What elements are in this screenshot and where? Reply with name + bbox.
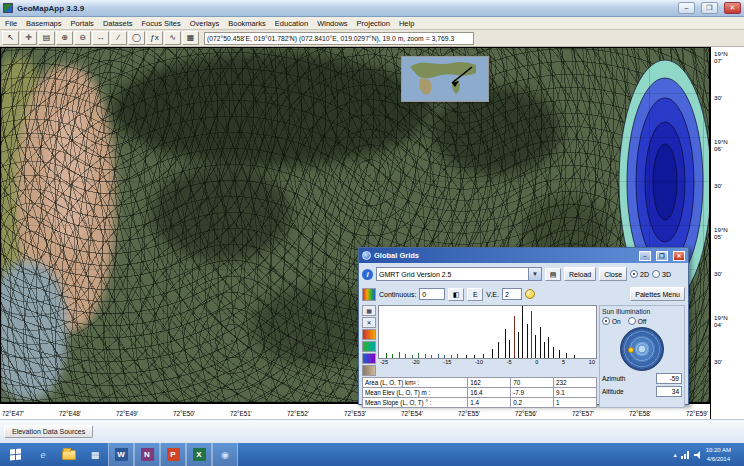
geomapapp-window: GeoMapApp 3.3.9 – ❐ ✕ FileBasemapsPortal… — [0, 0, 744, 466]
info-icon[interactable]: i — [362, 269, 373, 280]
distance-tool-icon[interactable]: ∕ — [110, 31, 127, 45]
menu-focus-sites[interactable]: Focus Sites — [141, 19, 180, 28]
system-tray: ▴ 10:20 AM 4/6/2014 — [673, 446, 744, 462]
taskbar-word[interactable]: W — [108, 443, 134, 466]
taskbar-onenote[interactable]: N — [134, 443, 160, 466]
azimuth-label: Azimuth — [602, 375, 625, 382]
lat-label: 30' — [714, 183, 722, 190]
lat-label: 30' — [714, 359, 722, 366]
reload-button[interactable]: Reload — [564, 267, 596, 281]
maximize-button[interactable]: ❐ — [701, 2, 718, 14]
dialog-close-icon[interactable]: ✕ — [673, 251, 685, 261]
sun-direction-control[interactable] — [620, 327, 664, 371]
lon-label: 72°E59' — [686, 410, 708, 417]
pan-hand-tool-icon[interactable]: ✛ — [20, 31, 37, 45]
grid-cells-icon[interactable]: ▦ — [362, 305, 376, 316]
browser-app-icon: ◉ — [221, 450, 229, 460]
tray-expand-icon[interactable]: ▴ — [673, 451, 676, 459]
sun-off-radio[interactable]: Off — [628, 317, 647, 325]
stats-row: Area (L, O, T) km² :16270232 — [363, 378, 597, 388]
menu-overlays[interactable]: Overlays — [190, 19, 220, 28]
histogram-equalize-icon[interactable]: ◧ — [448, 288, 464, 301]
stats-row: Mean Slope (L, O, T) ° :1.40.21 — [363, 398, 597, 408]
altitude-input[interactable]: 34 — [656, 386, 682, 397]
lasso-tool-icon[interactable]: ◯ — [128, 31, 145, 45]
close-button[interactable]: ✕ — [724, 2, 741, 14]
menu-windows[interactable]: Windows — [317, 19, 347, 28]
menu-education[interactable]: Education — [275, 19, 308, 28]
dialog-close-button[interactable]: Close — [599, 267, 627, 281]
taskbar-file-explorer[interactable] — [56, 443, 82, 466]
title-bar[interactable]: GeoMapApp 3.3.9 – ❐ ✕ — [0, 0, 744, 17]
palette-icon[interactable] — [362, 288, 376, 301]
ve-input[interactable]: 2 — [502, 288, 522, 300]
taskbar: e▦WNPX◉ ▴ 10:20 AM 4/6/2014 — [0, 443, 744, 466]
palette-swatch-icon[interactable] — [362, 365, 376, 376]
hist-bar — [492, 349, 493, 358]
pointer-tool-icon[interactable]: ↖ — [2, 31, 19, 45]
menu-datasets[interactable]: Datasets — [103, 19, 133, 28]
palette-swatch-icon[interactable] — [362, 341, 376, 352]
lon-label: 72°E49' — [116, 410, 138, 417]
azimuth-input[interactable]: -59 — [656, 373, 682, 384]
menu-bookmarks[interactable]: Bookmarks — [228, 19, 266, 28]
continuous-input[interactable]: 0 — [419, 288, 445, 300]
function-tool-icon[interactable]: ƒx — [146, 31, 163, 45]
lon-label: 72°E51' — [230, 410, 252, 417]
lon-label: 72°E53' — [344, 410, 366, 417]
dialog-maximize-button[interactable]: ❐ — [656, 251, 668, 261]
dialog-title-bar[interactable]: Global Grids – ❐ ✕ — [359, 248, 688, 263]
dialog-title: Global Grids — [374, 251, 419, 260]
altitude-label: Altitude — [602, 388, 624, 395]
menu-basemaps[interactable]: Basemaps — [26, 19, 61, 28]
stats-row: Mean Elev (L, O, T) m :16.4-7.99.1 — [363, 388, 597, 398]
lon-label: 72°E57' — [572, 410, 594, 417]
internet-explorer-icon: e — [40, 450, 45, 460]
start-button[interactable] — [0, 443, 30, 466]
hist-tick: 0 — [535, 359, 538, 367]
lon-label: 72°E47' — [2, 410, 24, 417]
menu-help[interactable]: Help — [399, 19, 414, 28]
global-grids-dialog: Global Grids – ❐ ✕ i GMRT Grid Version 2… — [358, 247, 689, 405]
save-icon[interactable]: ▤ — [38, 31, 55, 45]
taskbar-powerpoint[interactable]: P — [160, 443, 186, 466]
lon-label: 72°E54' — [401, 410, 423, 417]
remove-histogram-button[interactable]: ✕ — [362, 317, 376, 328]
grid-version-select[interactable]: GMRT Grid Version 2.5 ▼ — [376, 267, 542, 281]
radio-2d[interactable]: 2D — [630, 270, 649, 278]
menu-file[interactable]: File — [5, 19, 17, 28]
zoom-in-icon[interactable]: ⊕ — [56, 31, 73, 45]
palettes-menu-button[interactable]: Palettes Menu — [630, 287, 685, 301]
volume-icon[interactable] — [694, 451, 702, 459]
menu-projection[interactable]: Projection — [357, 19, 390, 28]
dialog-minimize-button[interactable]: – — [639, 251, 651, 261]
excel-icon: X — [193, 448, 206, 461]
radio-3d-label: 3D — [662, 271, 671, 278]
network-icon[interactable] — [681, 451, 690, 459]
taskbar-apps-grid[interactable]: ▦ — [82, 443, 108, 466]
profile-tool-icon[interactable]: ∿ — [164, 31, 181, 45]
sun-on-radio[interactable]: On — [602, 317, 621, 325]
zoom-out-icon[interactable]: ⊖ — [74, 31, 91, 45]
elevation-histogram[interactable] — [378, 305, 597, 359]
taskbar-browser-app[interactable]: ◉ — [212, 443, 238, 466]
clock[interactable]: 10:20 AM 4/6/2014 — [706, 446, 731, 462]
taskbar-excel[interactable]: X — [186, 443, 212, 466]
edit-palette-icon[interactable]: E — [467, 288, 483, 301]
terrain-bluegray-area — [0, 262, 67, 400]
sun-position-dot[interactable] — [628, 347, 634, 353]
elevation-data-sources-button[interactable]: Elevation Data Sources — [4, 425, 93, 438]
sun-illumination-panel: Sun Illumination On Off Azimuth — [599, 305, 685, 408]
palette-swatch-icon[interactable] — [362, 353, 376, 364]
lon-label: 72°E50' — [173, 410, 195, 417]
move-tool-icon[interactable]: ↔ — [92, 31, 109, 45]
palette-swatch-icon[interactable] — [362, 329, 376, 340]
save-grid-icon[interactable]: ▤ — [545, 268, 561, 281]
radio-3d[interactable]: 3D — [652, 270, 671, 278]
world-inset-map[interactable] — [401, 56, 489, 102]
menu-portals[interactable]: Portals — [71, 19, 94, 28]
grid-table-icon[interactable]: ▦ — [182, 31, 199, 45]
minimize-button[interactable]: – — [678, 2, 695, 14]
taskbar-internet-explorer[interactable]: e — [30, 443, 56, 466]
lamp-icon[interactable] — [525, 289, 535, 299]
